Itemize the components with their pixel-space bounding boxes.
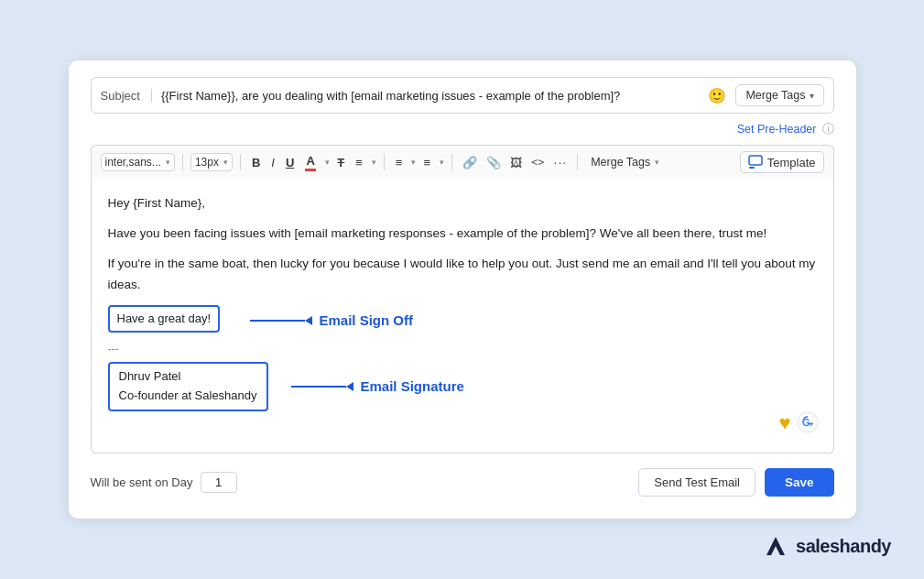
font-size-chevron: ▾ [223,158,228,167]
list-ul-button[interactable]: ≡ [419,154,434,171]
toolbar-divider-2 [240,154,241,170]
color-button[interactable]: A [301,152,320,173]
toolbar-divider-3 [384,154,385,170]
font-size-select[interactable]: 13px ▾ [190,153,233,171]
footer-row: Will be sent on Day Send Test Email Save [91,468,834,497]
pre-header-info-icon[interactable]: ⓘ [822,121,834,137]
signature-line1: Dhruv Patel [119,367,257,387]
subject-label: Subject [101,89,152,103]
brand: saleshandy [763,533,891,559]
google-icon: G [797,411,819,433]
underline-button[interactable]: U [282,154,298,171]
svg-rect-1 [749,167,755,169]
body-paragraph-1: Have you been facing issues with [email … [108,224,817,245]
footer-buttons: Send Test Email Save [638,468,833,497]
greeting-text: Hey {First Name}, [108,193,817,214]
editor-body[interactable]: Hey {First Name}, Have you been facing i… [91,179,834,453]
merge-tags-toolbar-button[interactable]: Merge Tags ▾ [585,154,665,170]
italic-button[interactable]: I [267,154,278,171]
subject-row: Subject {{First Name}}, are you dealing … [91,77,834,114]
brand-icon [763,533,788,559]
code-icon[interactable]: <> [528,154,547,170]
sign-off-box: Have a great day! [108,305,221,333]
subject-value: {{First Name}}, are you dealing with [em… [161,89,700,103]
svg-text:G: G [802,417,810,428]
list-ol-chevron: ▾ [411,158,416,167]
color-chevron: ▾ [325,158,330,167]
will-send-label: Will be sent on Day [91,472,237,493]
toolbar-divider-1 [182,154,183,170]
font-family-select[interactable]: inter,sans... ▾ [101,153,175,171]
list-ol-button[interactable]: ≡ [392,154,407,171]
send-test-email-button[interactable]: Send Test Email [638,468,756,497]
toolbar-divider-4 [451,154,452,170]
attachment-icon[interactable]: 📎 [484,154,504,171]
signature-box: Dhruv Patel Co-founder at Saleshandy [108,362,268,411]
template-button[interactable]: Template [740,151,824,173]
main-card: Subject {{First Name}}, are you dealing … [69,60,856,519]
svg-rect-0 [749,156,762,165]
set-pre-header-link[interactable]: Set Pre-Header [737,123,817,136]
chevron-down-icon: ▾ [810,91,814,101]
annotation-signature-label: Email Signature [361,375,464,399]
save-button[interactable]: Save [765,468,834,497]
merge-tags-chevron: ▾ [655,158,659,167]
editor-icons: ♥ G [778,406,818,440]
strikethrough-button[interactable]: T [333,154,348,171]
pre-header-row: Set Pre-Header ⓘ [91,121,834,137]
toolbar-divider-5 [577,154,578,170]
emoji-picker-icon[interactable]: 🙂 [708,87,726,104]
signature-line2: Co-founder at Saleshandy [119,387,257,406]
separator-text: --- [108,340,817,358]
bold-button[interactable]: B [248,154,264,171]
merge-tags-button[interactable]: Merge Tags ▾ [735,84,823,106]
heart-icon: ♥ [778,406,790,440]
image-icon[interactable]: 🖼 [507,154,525,171]
svg-marker-4 [766,537,785,555]
font-family-chevron: ▾ [166,158,170,167]
list-ul-chevron: ▾ [440,158,444,167]
annotation-sign-off-label: Email Sign Off [320,309,414,333]
body-paragraph-2: If you're in the same boat, then lucky f… [108,254,817,296]
align-block-button[interactable]: ≡ [352,154,366,171]
template-icon [748,155,763,169]
align-chevron: ▾ [372,158,376,167]
brand-name: saleshandy [796,536,891,557]
editor-toolbar: inter,sans... ▾ 13px ▾ B I U A ▾ T ≡ ▾ ≡… [91,145,834,179]
day-input[interactable] [201,472,237,493]
more-options-icon[interactable]: ··· [551,153,571,171]
link-icon[interactable]: 🔗 [460,154,480,171]
